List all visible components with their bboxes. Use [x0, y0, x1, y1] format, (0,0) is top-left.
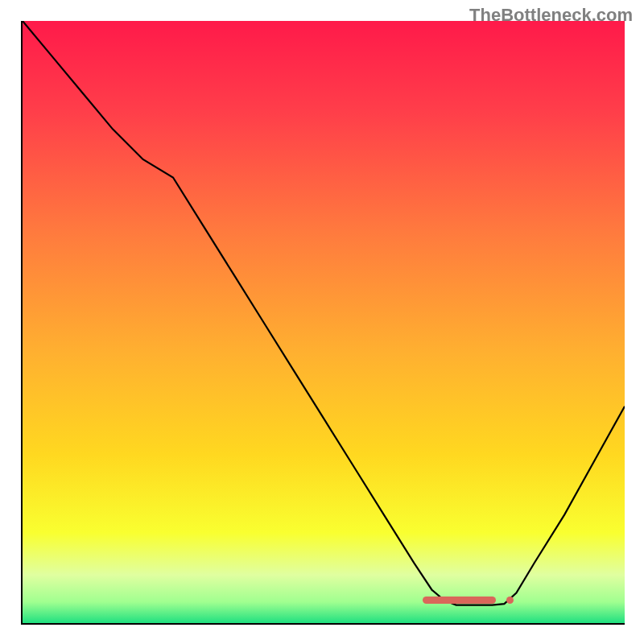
- chart-container: TheBottleneck.com: [0, 0, 644, 644]
- optimal-range-marker: [423, 597, 496, 604]
- watermark-label: TheBottleneck.com: [469, 5, 633, 26]
- bottleneck-curve: [23, 21, 625, 623]
- plot-area: [21, 21, 625, 625]
